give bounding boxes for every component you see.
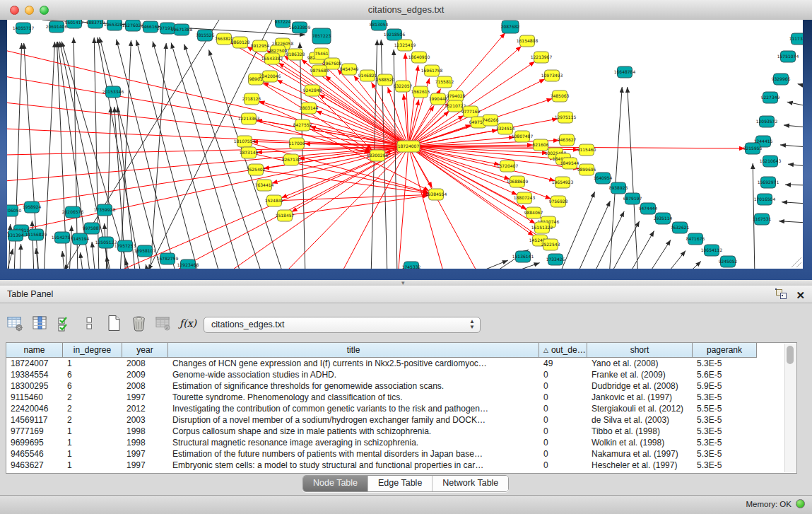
table-row[interactable]: 977716911998Corpus callosum shape and si… [6,426,757,437]
graph-edge[interactable] [780,145,803,147]
panel-splitter[interactable]: ▾ [0,280,812,286]
graph-edge[interactable] [647,240,671,269]
table-cell[interactable]: 1997 [122,392,168,403]
table-scrollbar[interactable] [784,344,796,472]
graph-edge[interactable] [787,102,803,106]
table-cell[interactable]: Wolkin et al. (1998) [587,437,693,448]
graph-edge[interactable] [7,146,408,156]
graph-edge[interactable] [274,194,428,201]
table-cell[interactable]: 2012 [122,403,168,414]
table-cell[interactable]: 5.3E-5 [693,448,757,460]
table-cell[interactable]: 5.9E-5 [693,380,757,392]
table-cell[interactable]: Hescheler et al. (1997) [587,460,693,471]
table-cell[interactable]: 5.3E-5 [693,426,757,437]
graph-edge[interactable] [117,40,177,269]
column-header-name[interactable]: name [6,343,63,358]
table-cell[interactable]: 2008 [122,380,168,392]
table-cell[interactable]: 0 [539,448,587,460]
graph-edge[interactable] [408,100,419,146]
graph-edge[interactable] [7,146,408,239]
table-cell[interactable]: de Silva et al. (2003) [587,414,693,426]
table-cell[interactable]: Structural magnetic resonance image aver… [168,437,539,448]
graph-edge[interactable] [628,87,638,269]
memory-indicator[interactable]: Memory: OK [746,499,805,508]
graph-edge[interactable] [146,264,148,269]
table-row[interactable]: 946554611997Estimation of the future num… [6,448,757,460]
delete-trash-icon[interactable] [129,314,148,332]
graph-edge[interactable] [576,201,610,269]
table-cell[interactable]: 1 [63,437,122,448]
graph-edge[interactable] [408,65,418,146]
table-cell[interactable]: 2 [63,414,122,426]
table-cell[interactable]: Stergiakouli et al. (2012) [587,403,693,414]
graph-edge[interactable] [150,43,166,269]
table-row[interactable]: 946362711997Embryonic stem cells: a mode… [6,460,757,471]
table-cell[interactable]: Estimation of the future numbers of pati… [168,448,539,460]
graph-edge[interactable] [408,146,555,180]
table-cell[interactable]: Embryonic stem cells: a model to study s… [168,460,539,471]
graph-edge[interactable] [628,231,654,269]
table-cell[interactable]: 0 [539,392,587,403]
table-cell[interactable]: 49 [539,358,587,369]
table-cell[interactable]: Genome-wide association studies in ADHD. [168,369,539,380]
graph-edge[interactable] [92,242,95,269]
table-cell[interactable]: 5.3E-5 [693,460,757,471]
graph-edge[interactable] [208,49,284,269]
table-cell[interactable]: 5.3E-5 [693,392,757,403]
table-cell[interactable]: 1997 [122,460,168,471]
graph-edge[interactable] [664,251,686,269]
graph-edge[interactable] [782,202,803,204]
table-cell[interactable]: 6 [63,369,122,380]
table-cell[interactable]: 0 [539,414,587,426]
network-view-canvas[interactable]: 1405571720691406950141718837191065328715… [7,20,803,269]
table-cell[interactable]: Dudbridge et al. (2008) [587,380,693,392]
table-cell[interactable]: 5.3E-5 [693,358,757,369]
table-cell[interactable]: 0 [539,369,587,380]
table-cell[interactable]: Changes of HCN gene expression and I(f) … [168,358,539,369]
table-cell[interactable]: Nakamura et al. (1997) [587,448,693,460]
tab-node-table[interactable]: Node Table [303,476,368,491]
table-mode-icon[interactable] [6,314,24,332]
table-cell[interactable]: Tibbo et al. (1998) [587,426,693,437]
table-row[interactable]: 1872400712008Changes of HCN gene express… [6,358,757,369]
table-cell[interactable]: 2 [63,403,122,414]
graph-edge[interactable] [281,146,408,198]
table-row[interactable]: 911546021997Tourette syndrome. Phenomeno… [6,392,757,403]
table-cell[interactable]: 9115460 [6,392,63,403]
selected-rows-icon[interactable] [55,314,73,332]
column-header-out_de[interactable]: △out_de… [539,343,587,358]
table-cell[interactable]: 5.3E-5 [693,437,757,448]
column-header-pagerank[interactable]: pagerank [693,343,757,358]
table-cell[interactable]: 14569117 [6,414,63,426]
graph-edge[interactable] [62,251,65,269]
graph-edge[interactable] [171,43,242,269]
graph-edge[interactable] [609,221,640,269]
table-cell[interactable]: 1 [63,460,122,471]
table-cell[interactable]: 5.6E-5 [693,369,757,380]
table-cell[interactable]: Disruption of a novel member of a sodium… [168,414,539,426]
table-cell[interactable]: 9465546 [6,448,63,460]
table-cell[interactable]: 2003 [122,414,168,426]
graph-edge[interactable] [592,211,624,269]
new-column-icon[interactable] [105,314,123,332]
table-cell[interactable]: 9699695 [6,437,63,448]
graph-edge[interactable] [153,42,220,269]
table-cell[interactable]: 18724007 [6,358,63,369]
graph-edge[interactable] [7,249,13,269]
table-cell[interactable]: Tourette syndrome. Phenomenology and cla… [168,392,539,403]
graph-edge[interactable] [784,125,803,127]
table-cell[interactable]: 2 [63,392,122,403]
table-cell[interactable]: 0 [539,426,587,437]
table-cell[interactable]: 1 [63,426,122,437]
table-cell[interactable]: Yano et al. (2008) [587,358,693,369]
tab-edge-table[interactable]: Edge Table [368,476,433,491]
table-row[interactable]: 969969511998Structural magnetic resonanc… [6,437,757,448]
table-cell[interactable]: 1 [63,448,122,460]
table-cell[interactable]: 0 [539,403,587,414]
table-row[interactable]: 1938455462009Genome-wide association stu… [6,369,757,380]
table-cell[interactable]: 9777169 [6,426,63,437]
table-cell[interactable]: 0 [539,437,587,448]
graph-edge[interactable] [684,262,701,269]
close-panel-icon[interactable]: ✕ [796,290,805,301]
table-cell[interactable]: 1 [63,358,122,369]
